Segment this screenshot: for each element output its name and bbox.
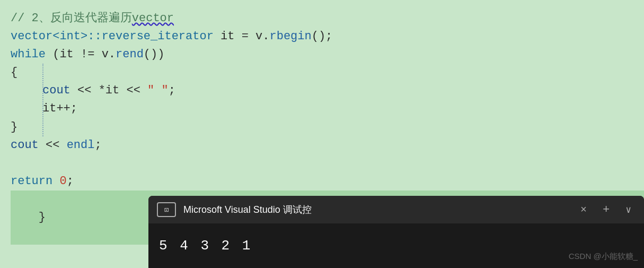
terminal-icon-symbol: ⊡ (164, 205, 169, 214)
code-plain12: ; (67, 172, 74, 191)
terminal-output-text: 5 4 3 2 1 (159, 238, 252, 254)
code-line-2: vector<int>::reverse_iterator it = v.rbe… (11, 28, 644, 46)
code-keyword-return: return (11, 172, 52, 191)
code-plain2: v. (249, 28, 270, 46)
code-cout2: cout (11, 136, 39, 154)
code-method: rbegin (270, 28, 312, 46)
code-plain9: << (39, 136, 67, 154)
code-line-5: cout << *it << " "; (11, 82, 644, 100)
code-plain5: ()) (144, 46, 165, 64)
code-line-8: cout << endl; (11, 136, 644, 154)
code-operator: = (242, 28, 249, 46)
terminal-titlebar: ⊡ Microsoft Visual Studio 调试控 × + ∨ (148, 196, 644, 223)
terminal-title: Microsoft Visual Studio 调试控 (183, 203, 569, 216)
code-line-6: it++; (11, 100, 644, 118)
code-line-10: return 0; (11, 172, 644, 191)
terminal-close-button[interactable]: × (576, 203, 591, 217)
terminal-chevron-button[interactable]: ∨ (621, 203, 636, 217)
code-editor: // 2、反向迭代器遍历vector vector<int>::reverse_… (0, 0, 644, 268)
code-plain8: ; (169, 82, 175, 100)
code-number-0: 0 (59, 172, 66, 191)
code-plain: it (214, 28, 242, 46)
code-keyword-while: while (11, 46, 46, 64)
code-deref: *it (99, 82, 120, 100)
code-line-3: while (it != v.rend()) (11, 46, 644, 64)
code-method-rend: rend (116, 46, 144, 64)
code-endl: endl (67, 136, 95, 154)
code-plain6: << (70, 82, 99, 100)
code-block: { cout << *it << " "; it++; } (11, 64, 644, 136)
code-brace-close: } (11, 118, 17, 136)
code-line-4: { (11, 64, 644, 82)
code-plain3: (); (312, 28, 333, 46)
code-string: " " (147, 82, 169, 100)
code-it-inc: it++; (42, 100, 77, 118)
code-line-7: } (11, 118, 644, 136)
code-line-9 (11, 154, 644, 172)
code-plain4: (it != v. (46, 46, 116, 64)
code-type: vector<int>::reverse_iterator (11, 28, 214, 46)
code-plain11 (52, 172, 59, 191)
code-line-1: // 2、反向迭代器遍历vector (11, 10, 644, 28)
code-cout: cout (42, 82, 70, 100)
code-plain7: << (119, 82, 147, 100)
terminal-app-icon: ⊡ (157, 202, 176, 217)
code-brace-open: { (11, 64, 17, 82)
csdn-watermark: CSDN @小能软糖_ (569, 252, 638, 262)
code-brace-final: } (39, 211, 46, 224)
code-comment: // 2、反向迭代器遍历vector (11, 10, 174, 28)
code-plain10: ; (94, 136, 101, 154)
terminal-new-tab-button[interactable]: + (598, 202, 614, 218)
